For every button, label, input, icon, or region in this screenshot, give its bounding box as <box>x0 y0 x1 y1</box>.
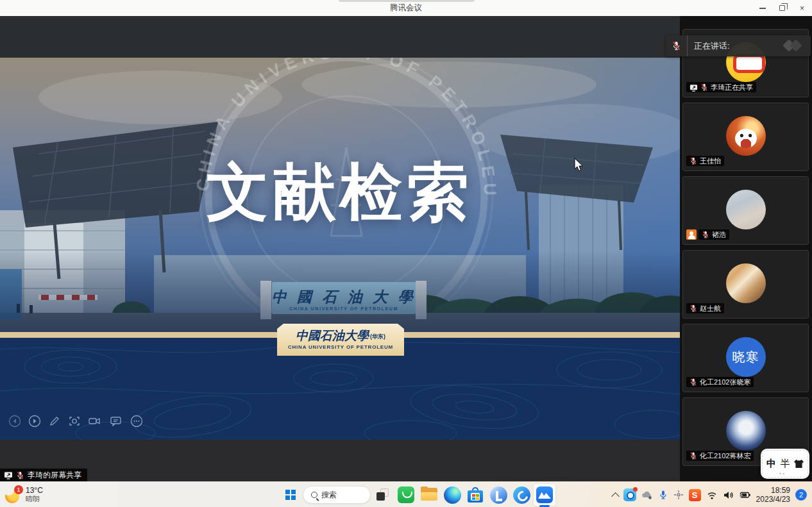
previous-slide-icon <box>8 414 22 428</box>
green-store-icon <box>398 486 414 503</box>
minimize-button[interactable] <box>752 0 772 16</box>
taskbar-app-lenovo-pc-manager[interactable] <box>487 484 509 506</box>
banner-en: CHINA UNIVERSITY OF PETROLEUM <box>288 344 393 350</box>
edge-icon <box>444 486 461 504</box>
participant-label: 赵士航 <box>686 303 724 313</box>
avatar-zhaoshihang <box>726 263 766 303</box>
weather-condition: 晴朗 <box>26 495 43 503</box>
share-banner-text: 李琦的屏幕共享 <box>28 470 81 481</box>
lenovo-pc-manager-icon <box>490 486 507 504</box>
avatar-wangjiayi <box>726 116 766 156</box>
taskbar-app-green-store[interactable] <box>395 484 417 506</box>
slide-title: 文献检索 <box>0 151 680 235</box>
file-explorer-icon <box>421 488 437 502</box>
participant-tile-zhangxiaohan[interactable]: 晓寒 化工2102张晓寒 <box>682 324 809 392</box>
mic-muted-icon <box>689 304 697 312</box>
desktop: 腾讯会议 × <box>0 0 812 507</box>
slideshow-toolbar <box>8 414 144 428</box>
taskbar-app-browser[interactable] <box>511 484 532 506</box>
participant-sidebar: 李琦正在共享 王佳怡 <box>680 16 812 481</box>
weather-temp: 13°C <box>26 486 43 495</box>
windows-logo-icon <box>285 490 296 501</box>
minimize-icon <box>759 8 766 9</box>
microphone-in-use-icon[interactable] <box>658 490 668 500</box>
speaking-indicator-bar: 正在讲话: <box>666 35 811 56</box>
participant-label: 王佳怡 <box>686 156 724 166</box>
laser-pointer-icon <box>67 414 81 428</box>
campus-photo: CHINA UNIVERSITY OF PETROLEUM <box>0 58 680 440</box>
participant-tile-zhaoshihang[interactable]: 赵士航 <box>682 250 809 319</box>
avatar-zhangxiaohan: 晓寒 <box>726 337 766 377</box>
ime-skin-icon[interactable] <box>794 460 804 468</box>
task-view-icon <box>375 487 391 503</box>
restore-button[interactable] <box>772 0 792 16</box>
wifi-icon[interactable] <box>706 490 718 500</box>
window-title: 腾讯会议 <box>0 0 812 16</box>
banner-tag: (华东) <box>370 333 385 340</box>
mic-muted-icon <box>672 41 681 51</box>
mic-muted-icon <box>689 452 697 460</box>
close-button[interactable]: × <box>792 0 812 16</box>
cloud-sync-icon[interactable] <box>641 490 653 500</box>
camera-icon <box>87 414 103 428</box>
share-status-banner: 李琦的屏幕共享 <box>0 469 87 481</box>
participant-label: 李琦正在共享 <box>686 82 756 92</box>
share-letterbox-bottom <box>0 440 680 481</box>
avatar-jianglinhong <box>726 411 766 451</box>
avatar-initials: 晓寒 <box>732 349 759 366</box>
search-icon <box>311 492 317 498</box>
display-tool-icon[interactable] <box>673 490 684 500</box>
restore-icon <box>779 5 785 11</box>
weather-widget[interactable]: 1 13°C 晴朗 <box>5 484 43 506</box>
mic-muted-icon <box>700 83 708 91</box>
sogou-ime-icon[interactable]: S <box>689 489 701 501</box>
taskbar-app-file-explorer[interactable] <box>418 484 440 506</box>
university-banner: 中國石油大學(华东) CHINA UNIVERSITY OF PETROLEUM <box>277 324 404 356</box>
search-label: 搜索 <box>321 490 337 501</box>
notification-count-badge[interactable]: 2 <box>795 489 807 501</box>
more-options-icon <box>130 414 144 428</box>
taskbar-app-edge[interactable] <box>441 484 463 506</box>
speaker-icon[interactable] <box>723 490 734 500</box>
taskbar-app-tencent-meeting[interactable] <box>534 484 555 506</box>
member-badge-icon <box>686 229 697 240</box>
banner-cn: 中國石油大學 <box>296 329 369 342</box>
search-box[interactable]: 搜索 <box>303 486 371 504</box>
comment-icon <box>108 414 124 428</box>
share-letterbox-top <box>0 16 680 58</box>
battery-charging-icon[interactable] <box>739 490 751 499</box>
screenshare-icon <box>4 470 13 479</box>
screenshare-icon <box>689 83 698 92</box>
avatar-chuhao <box>726 190 766 229</box>
meeting-main: CHINA UNIVERSITY OF PETROLEUM <box>0 16 812 481</box>
clock[interactable]: 18:59 2023/4/23 <box>756 486 790 504</box>
ime-status-panel[interactable]: 中 半 ，。 <box>761 449 809 479</box>
camera-tray-icon[interactable] <box>623 488 636 501</box>
mic-muted-icon <box>702 231 709 238</box>
pen-icon <box>47 414 62 428</box>
taskbar-app-microsoft-store[interactable] <box>464 484 486 506</box>
participant-tile-wangjiayi[interactable]: 王佳怡 <box>682 103 809 171</box>
mic-muted-icon <box>689 157 697 165</box>
browser-icon <box>513 486 530 504</box>
next-slide-icon <box>28 414 42 428</box>
task-view-button[interactable] <box>372 484 394 506</box>
speaking-label: 正在讲话: <box>694 40 730 52</box>
meeting-watermark-icon <box>784 40 803 53</box>
tray-date: 2023/4/23 <box>756 495 790 504</box>
participant-label: 褚浩 <box>698 229 729 240</box>
weather-sun-icon: 1 <box>5 486 22 503</box>
ime-language-toggle[interactable]: 中 <box>766 458 776 470</box>
start-button[interactable] <box>280 484 301 506</box>
tencent-meeting-icon <box>536 486 553 503</box>
participant-tile-chuhao[interactable]: 褚浩 <box>682 176 809 245</box>
mic-muted-icon <box>689 378 697 386</box>
ime-punctuation-indicator[interactable]: ，。 <box>777 469 788 476</box>
mic-muted-icon <box>16 471 24 479</box>
participant-label: 化工2102蒋林宏 <box>686 451 754 461</box>
taskbar: 1 13°C 晴朗 搜索 S <box>0 481 812 507</box>
participant-label: 化工2102张晓寒 <box>686 377 754 387</box>
tray-expand-chevron-icon[interactable] <box>611 492 620 501</box>
weather-badge: 1 <box>14 485 23 494</box>
window-titlebar[interactable]: 腾讯会议 × <box>0 0 812 16</box>
